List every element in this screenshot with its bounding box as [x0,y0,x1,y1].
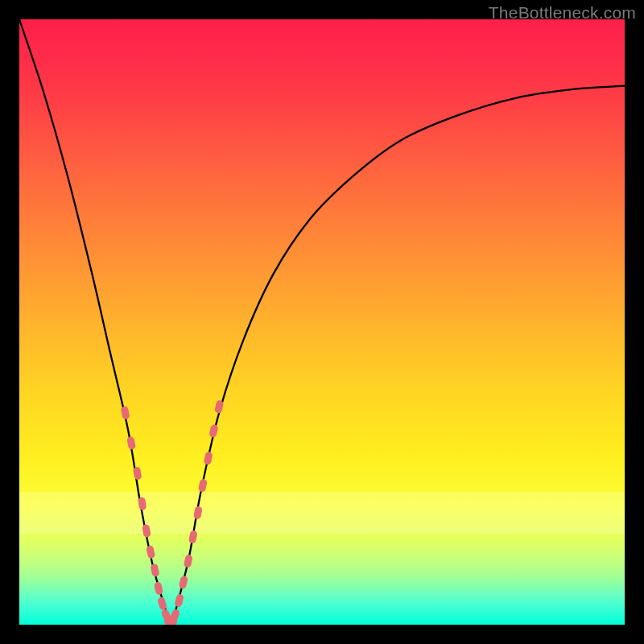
curve-marker [142,524,151,538]
curve-marker [193,506,203,519]
bottleneck-curve [19,19,625,625]
curve-marker [146,545,155,559]
curve-marker [179,576,188,590]
curve-marker [184,554,193,568]
plot-area [19,19,625,625]
curve-marker [138,497,147,510]
chart-frame: TheBottleneck.com [0,0,644,644]
curve-marker [121,406,130,419]
marker-group [121,399,225,625]
curve-marker [126,436,136,450]
curve-marker [208,424,218,439]
curve-layer [19,19,625,625]
curve-marker [188,530,198,543]
curve-marker [214,399,224,414]
curve-marker [198,478,208,492]
watermark-text: TheBottleneck.com [489,3,636,23]
curve-marker [204,451,213,464]
curve-marker [154,581,163,596]
curve-marker [174,593,184,608]
curve-marker [150,564,159,578]
curve-marker [133,466,142,480]
